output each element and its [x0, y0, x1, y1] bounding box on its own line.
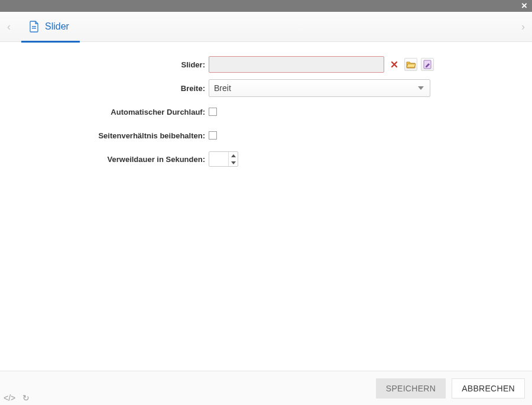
edit-page-icon[interactable]	[421, 58, 434, 71]
row-autoplay: Automatischer Durchlauf:	[0, 100, 532, 124]
label-slider: Slider:	[0, 60, 209, 69]
tab-label: Slider	[45, 21, 69, 32]
save-button[interactable]: SPEICHERN	[376, 378, 446, 398]
width-select-value: Breit	[214, 83, 231, 93]
row-width: Breite: Breit	[0, 76, 532, 100]
dwell-spinner[interactable]	[209, 151, 238, 167]
document-icon	[30, 21, 39, 33]
tab-strip: ‹ Slider ›	[0, 12, 532, 42]
form: Slider: Breite: Breit	[0, 42, 532, 171]
refresh-icon[interactable]: ↻	[22, 393, 30, 403]
folder-open-icon[interactable]	[404, 58, 417, 71]
spinner-up-icon[interactable]	[229, 152, 238, 159]
label-autoplay: Automatischer Durchlauf:	[0, 108, 209, 116]
code-icon[interactable]: </>	[4, 393, 15, 403]
spinner-down-icon[interactable]	[229, 159, 238, 166]
nav-next-icon[interactable]: ›	[514, 21, 532, 33]
cancel-button[interactable]: ABBRECHEN	[452, 378, 525, 398]
nav-prev-icon[interactable]: ‹	[0, 21, 18, 33]
title-bar: ×	[0, 0, 532, 12]
tab-slider[interactable]: Slider	[21, 12, 80, 42]
row-dwell: Verweildauer in Sekunden:	[0, 147, 532, 171]
svg-rect-0	[32, 26, 36, 27]
footer-tools: </> ↻	[4, 393, 30, 403]
close-icon[interactable]: ×	[521, 1, 527, 11]
autoplay-checkbox[interactable]	[209, 108, 217, 116]
dwell-input[interactable]	[209, 152, 228, 166]
delete-icon[interactable]	[388, 58, 401, 71]
label-width: Breite:	[0, 84, 209, 93]
row-aspect: Seitenverhältnis beibehalten:	[0, 124, 532, 147]
width-select[interactable]: Breit	[209, 79, 430, 97]
label-dwell: Verweildauer in Sekunden:	[0, 155, 209, 164]
svg-rect-1	[32, 28, 36, 28]
footer: SPEICHERN ABBRECHEN	[0, 371, 532, 405]
aspect-checkbox[interactable]	[209, 131, 217, 140]
chevron-down-icon	[418, 86, 424, 90]
label-aspect: Seitenverhältnis beibehalten:	[0, 131, 209, 140]
slider-input[interactable]	[209, 56, 384, 73]
row-slider: Slider:	[0, 53, 532, 76]
